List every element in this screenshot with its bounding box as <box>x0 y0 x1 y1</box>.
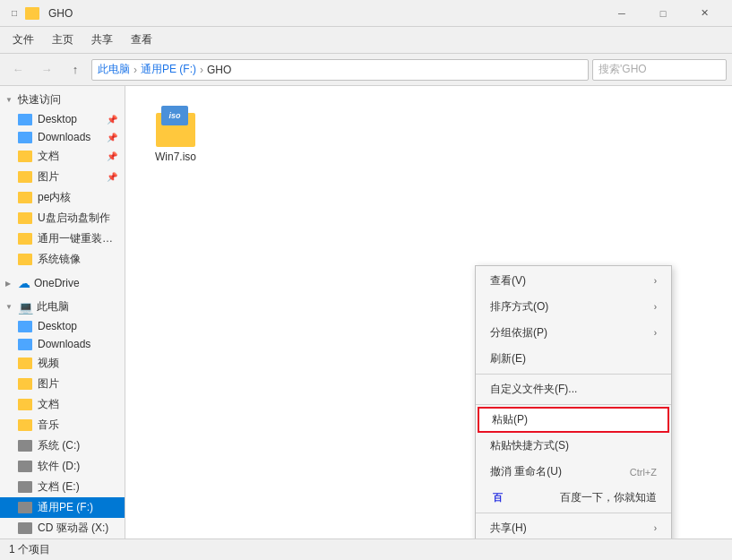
sidebar-item-label: Downloads <box>38 131 90 143</box>
ctx-paste[interactable]: 粘贴(P) <box>478 407 669 433</box>
folder-icon <box>18 114 32 125</box>
sidebar-item-install-quick[interactable]: 通用一键重装系统 <box>0 228 125 249</box>
ctx-undo[interactable]: 撤消 重命名(U) Ctrl+Z <box>476 459 671 485</box>
menu-view[interactable]: 查看 <box>122 29 161 51</box>
sidebar-item-docs-quick[interactable]: 文档 📌 <box>0 146 125 167</box>
sidebar-item-label: 音乐 <box>38 418 59 433</box>
pin-icon: 📌 <box>107 172 117 182</box>
sidebar-item-music-pc[interactable]: 音乐 <box>0 415 125 435</box>
address-crumb-folder[interactable]: GHO <box>207 64 231 76</box>
sidebar-item-pics-pc[interactable]: 图片 <box>0 374 125 394</box>
folder-icon <box>18 399 32 410</box>
ctx-customize-label: 自定义文件夹(F)... <box>490 382 577 397</box>
content-area: iso Win7.iso 查看(V) › 排序方式(O) › 分组依据(P) ›… <box>125 86 732 538</box>
sidebar-item-label: Desktop <box>38 113 77 125</box>
close-button[interactable]: ✕ <box>684 0 725 27</box>
sidebar-item-docs-pc[interactable]: 文档 <box>0 394 125 415</box>
sidebar-item-c-drive[interactable]: 系统 (C:) <box>0 435 125 456</box>
sidebar-item-f-drive[interactable]: 通用PE (F:) <box>0 497 125 518</box>
onedrive-section: ▶ ☁ OneDrive <box>0 273 125 293</box>
ctx-paste-shortcut-label: 粘贴快捷方式(S) <box>490 438 569 453</box>
sidebar-item-label: 文档 <box>38 149 59 164</box>
sidebar-item-label: 图片 <box>38 376 59 392</box>
address-bar[interactable]: 此电脑 › 通用PE (F:) › GHO <box>91 59 589 81</box>
onedrive-label: OneDrive <box>34 277 80 289</box>
folder-icon <box>18 171 32 183</box>
address-crumb-drive[interactable]: 通用PE (F:) <box>141 62 196 77</box>
minimize-button[interactable]: ─ <box>601 0 642 27</box>
ctx-sort-arrow: › <box>654 302 657 312</box>
sidebar-item-pe-quick[interactable]: pe内核 <box>0 187 125 208</box>
sidebar-item-d-drive[interactable]: 软件 (D:) <box>0 456 125 477</box>
back-button[interactable]: ← <box>5 57 30 82</box>
sidebar-item-label: 文档 (E:) <box>38 479 80 495</box>
menu-home[interactable]: 主页 <box>43 29 82 51</box>
up-button[interactable]: ↑ <box>63 57 88 82</box>
folder-icon <box>18 321 32 332</box>
sidebar-item-label: U盘启动盘制作 <box>38 211 110 226</box>
ctx-sort[interactable]: 排序方式(O) › <box>476 294 671 320</box>
folder-icon <box>18 212 32 224</box>
folder-icon <box>18 339 32 350</box>
quick-access-header[interactable]: ▼ 快速访问 <box>0 90 125 110</box>
window-title: GHO <box>48 7 73 20</box>
ctx-refresh[interactable]: 刷新(E) <box>476 346 671 372</box>
sidebar-item-desktop-quick[interactable]: Desktop 📌 <box>0 110 125 128</box>
sidebar-item-desktop-pc[interactable]: Desktop <box>0 317 125 335</box>
sidebar-item-udisk-quick[interactable]: U盘启动盘制作 <box>0 208 125 228</box>
folder-icon <box>18 132 32 143</box>
search-box[interactable]: 搜索'GHO <box>592 59 727 81</box>
sidebar-item-x-drive[interactable]: CD 驱动器 (X:) <box>0 518 125 538</box>
sidebar-item-label: 通用一键重装系统 <box>38 231 117 246</box>
folder-icon <box>18 378 32 390</box>
iso-file-icon: iso <box>154 104 197 147</box>
sidebar-item-downloads-quick[interactable]: Downloads 📌 <box>0 128 125 146</box>
pc-header[interactable]: ▼ 💻 此电脑 <box>0 297 125 317</box>
ctx-refresh-label: 刷新(E) <box>490 351 526 366</box>
file-item-win7iso[interactable]: iso Win7.iso <box>140 100 211 167</box>
sidebar-item-label: 视频 <box>38 356 59 371</box>
sidebar-item-e-drive[interactable]: 文档 (E:) <box>0 477 125 497</box>
folder-icon <box>18 192 32 203</box>
forward-button[interactable]: → <box>34 57 59 82</box>
sidebar-item-label: 系统 (C:) <box>38 438 80 453</box>
ctx-sep-3 <box>476 513 671 513</box>
onedrive-header[interactable]: ▶ ☁ OneDrive <box>0 273 125 293</box>
iso-badge: iso <box>161 106 188 125</box>
menu-share[interactable]: 共享 <box>82 29 122 51</box>
drive-icon <box>18 502 32 513</box>
menu-file[interactable]: 文件 <box>4 29 43 51</box>
ctx-undo-shortcut: Ctrl+Z <box>630 467 657 478</box>
folder-icon <box>18 419 32 431</box>
sidebar-item-label: pe内核 <box>38 190 71 205</box>
baidu-icon: 百 <box>490 491 504 505</box>
ctx-paste-shortcut[interactable]: 粘贴快捷方式(S) <box>476 433 671 459</box>
sidebar-item-sysimg-quick[interactable]: 系统镜像 <box>0 249 125 270</box>
ctx-baidu[interactable]: 百 百度一下，你就知道 <box>476 485 671 511</box>
title-bar-controls: ─ □ ✕ <box>601 0 725 27</box>
ctx-view[interactable]: 查看(V) › <box>476 268 671 294</box>
ctx-group[interactable]: 分组依据(P) › <box>476 320 671 346</box>
ctx-sort-label: 排序方式(O) <box>490 299 548 314</box>
menu-bar: 文件 主页 共享 查看 <box>0 27 732 54</box>
sidebar-item-pics-quick[interactable]: 图片 📌 <box>0 167 125 187</box>
sidebar-item-video-pc[interactable]: 视频 <box>0 353 125 374</box>
ctx-customize[interactable]: 自定义文件夹(F)... <box>476 376 671 402</box>
ctx-share-arrow: › <box>654 523 657 533</box>
pc-icon: 💻 <box>18 300 33 314</box>
maximize-button[interactable]: □ <box>642 0 684 27</box>
ctx-group-label: 分组依据(P) <box>490 325 547 340</box>
sidebar-item-downloads-pc[interactable]: Downloads <box>0 335 125 353</box>
toolbar: ← → ↑ 此电脑 › 通用PE (F:) › GHO 搜索'GHO <box>0 54 732 86</box>
sidebar-item-label: Desktop <box>38 320 77 332</box>
folder-icon <box>18 358 32 369</box>
address-crumb-pc[interactable]: 此电脑 <box>98 62 130 77</box>
search-placeholder: 搜索'GHO <box>599 62 647 77</box>
ctx-share[interactable]: 共享(H) › <box>476 515 671 538</box>
window-icon-folder <box>25 6 39 21</box>
sidebar-item-label: 软件 (D:) <box>38 459 80 474</box>
window-icon-new: □ <box>7 6 22 21</box>
address-sep-2: › <box>200 64 203 76</box>
file-name: Win7.iso <box>155 151 196 163</box>
drive-icon <box>18 522 32 534</box>
